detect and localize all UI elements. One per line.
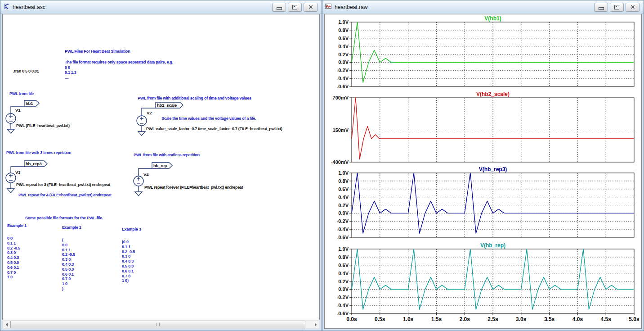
schematic-annotation[interactable]: Scale the time values and the voltage va… bbox=[161, 116, 256, 121]
trace-title[interactable]: V(hb2_scale) bbox=[476, 91, 510, 97]
schematic-annotation[interactable]: PWL Files For Heart Beat Simulation bbox=[65, 49, 130, 54]
x-tick-label: 5.0s bbox=[629, 316, 640, 322]
schematic-annotation[interactable]: PWL repeat for 4 (FILE=hardbeat_pwl.txt)… bbox=[18, 193, 112, 197]
schematic-annotation[interactable]: 0.1 1.3 bbox=[65, 70, 76, 75]
scroll-left-button[interactable] bbox=[3, 321, 10, 328]
waveform-plot-area[interactable]: V(hb1)1.0V0.8V0.6V0.4V0.2V0.0V-0.2V-0.4V… bbox=[324, 14, 642, 329]
scroll-right-button[interactable] bbox=[312, 321, 319, 328]
voltage-source-v3[interactable]: hb_rep3V3PWL repeat for 3 (FILE=heartbea… bbox=[6, 161, 110, 193]
close-button[interactable] bbox=[304, 3, 318, 12]
y-tick-label: 0.6V bbox=[338, 186, 349, 192]
x-tick-label: 0.5s bbox=[375, 316, 385, 322]
y-tick-label: 0.2V bbox=[338, 279, 349, 284]
net-label[interactable]: hb_rep bbox=[153, 163, 167, 168]
schematic-annotation[interactable]: PWL from file bbox=[9, 91, 34, 96]
x-tick-label: 1.5s bbox=[431, 316, 442, 322]
y-tick-label: 0.6V bbox=[338, 36, 349, 41]
x-tick-label: 4.5s bbox=[601, 316, 612, 322]
voltage-source-v4[interactable]: hb_repV4PWL repeat forever (FILE=heartbe… bbox=[134, 163, 243, 196]
x-tick-label: 4.0s bbox=[572, 316, 583, 322]
close-icon bbox=[309, 5, 313, 9]
example-line: 1 0) bbox=[122, 278, 135, 283]
net-label[interactable]: hb1 bbox=[26, 101, 33, 106]
schematic-annotation[interactable]: The file format requires only space sepe… bbox=[65, 60, 173, 64]
waveform-titlebar[interactable]: heartbeat.raw bbox=[322, 0, 644, 14]
restore-button[interactable] bbox=[288, 3, 302, 12]
example-column: 0 00.1 10.2 -0.50.3 00.4 0.30.5 0.00.6 0… bbox=[7, 236, 20, 280]
scrollbar-thumb[interactable] bbox=[10, 321, 305, 328]
schematic-canvas[interactable]: hb1V1PWL (FILE=heartbeat_pwl.txt)hb2_sca… bbox=[2, 14, 320, 320]
example-line: 1 0 bbox=[62, 281, 75, 286]
x-tick-label: 0.0s bbox=[346, 316, 357, 322]
ground-symbol[interactable] bbox=[135, 192, 142, 196]
component-value[interactable]: PWL (FILE=heartbeat_pwl.txt) bbox=[16, 123, 70, 128]
net-label[interactable]: hb_rep3 bbox=[26, 161, 42, 166]
example-line: 0 0 bbox=[62, 243, 75, 248]
example-heading: Example 2 bbox=[62, 225, 81, 230]
waveform-pane-1[interactable]: V(hb2_scale)700mV150mV-400mV bbox=[331, 91, 634, 165]
close-button[interactable] bbox=[626, 3, 640, 12]
scroll-right-icon bbox=[315, 323, 317, 326]
example-line: 0.3 0 bbox=[62, 257, 75, 262]
ground-symbol[interactable] bbox=[7, 189, 14, 193]
schematic-annotation[interactable]: PWL from file with additional scaling of… bbox=[138, 96, 251, 100]
minimize-button[interactable] bbox=[272, 3, 286, 12]
example-line: 0.5 0.0 bbox=[7, 260, 20, 265]
trace-title[interactable]: V(hb_rep3) bbox=[479, 166, 507, 172]
scrollbar-track[interactable] bbox=[10, 321, 312, 328]
example-line: 0.1 1 bbox=[122, 245, 135, 249]
net-label[interactable]: hb2_scale bbox=[157, 103, 177, 108]
example-line: 0.4 0.3 bbox=[7, 255, 20, 260]
schematic-annotation[interactable]: PWL from file with 3 times repetition bbox=[6, 150, 71, 155]
example-line: 0.2 -0.5 bbox=[62, 252, 75, 257]
scroll-left-icon bbox=[6, 323, 8, 326]
refdes-label[interactable]: V3 bbox=[15, 170, 20, 175]
example-heading: Example 3 bbox=[122, 227, 141, 231]
example-line: 0.4 0.3 bbox=[122, 259, 135, 264]
schematic-annotation[interactable]: PWL from file with endless repetition bbox=[134, 153, 200, 157]
example-line: 0.5 0.0 bbox=[122, 264, 135, 269]
horizontal-scrollbar[interactable] bbox=[2, 320, 320, 329]
waveform-graph-icon bbox=[325, 3, 332, 12]
example-line: 0.3 0 bbox=[7, 250, 20, 255]
component-value[interactable]: PWL value_scale_factor=0.7 time_scale_fa… bbox=[146, 127, 282, 131]
y-tick-label: 150mV bbox=[333, 127, 349, 133]
restore-icon bbox=[292, 5, 297, 9]
x-tick-label: 2.5s bbox=[487, 316, 498, 322]
schematic-titlebar[interactable]: heartbeat.asc bbox=[0, 0, 322, 14]
schematic-annotation[interactable]: 0 0 bbox=[65, 65, 70, 70]
x-tick-label: 3.0s bbox=[516, 316, 527, 322]
y-tick-label: -0.2V bbox=[337, 218, 349, 224]
waveform-plots[interactable]: V(hb1)1.0V0.8V0.6V0.4V0.2V0.0V-0.2V-0.4V… bbox=[325, 14, 641, 329]
restore-button[interactable] bbox=[610, 3, 624, 12]
waveform-pane-0[interactable]: V(hb1)1.0V0.8V0.6V0.4V0.2V0.0V-0.2V-0.4V… bbox=[337, 15, 634, 89]
component-value[interactable]: PWL repeat for 3 (FILE=heartbeat_pwl.txt… bbox=[16, 182, 110, 187]
window-title: heartbeat.asc bbox=[13, 4, 45, 10]
schematic-annotation[interactable]: .tran 0 5 0 0.01 bbox=[13, 69, 39, 73]
y-tick-label: 0.8V bbox=[338, 27, 349, 33]
refdes-label[interactable]: V2 bbox=[147, 110, 152, 115]
y-tick-label: 0.8V bbox=[338, 178, 349, 184]
waveform-pane-3[interactable]: V(hb_rep)0.0s0.5s1.0s1.5s2.0s2.5s3.0s3.5… bbox=[337, 242, 640, 322]
waveform-pane-2[interactable]: V(hb_rep3)1.0V0.8V0.6V0.4V0.2V0.0V-0.2V-… bbox=[337, 166, 634, 240]
ground-symbol[interactable] bbox=[7, 129, 14, 133]
ground-symbol[interactable] bbox=[138, 131, 145, 136]
refdes-label[interactable]: V4 bbox=[143, 172, 149, 177]
y-tick-label: 0.0V bbox=[338, 210, 349, 216]
y-tick-label: 1.0V bbox=[338, 246, 349, 252]
schematic-annotation[interactable]: .... bbox=[65, 75, 69, 80]
voltage-source-v1[interactable]: hb1V1PWL (FILE=heartbeat_pwl.txt) bbox=[6, 100, 70, 133]
examples-caption[interactable]: Some possible file formats for the PWL-f… bbox=[25, 216, 103, 220]
refdes-label[interactable]: V1 bbox=[15, 108, 21, 113]
minimize-button[interactable] bbox=[594, 3, 608, 12]
x-tick-label: 3.5s bbox=[544, 316, 555, 322]
example-line: (0 0 bbox=[122, 240, 135, 245]
trace-title[interactable]: V(hb_rep) bbox=[480, 242, 505, 249]
component-value[interactable]: PWL repeat forever (FILE=heartbeat_pwl.t… bbox=[144, 185, 243, 190]
minimize-icon bbox=[277, 7, 282, 10]
trace-title[interactable]: V(hb1) bbox=[484, 15, 501, 22]
y-tick-label: 0.0V bbox=[338, 286, 349, 292]
example-line: 0.5 0.0 bbox=[62, 267, 75, 272]
ltspice-schematic-icon bbox=[3, 3, 10, 12]
y-tick-label: -0.2V bbox=[337, 68, 349, 73]
